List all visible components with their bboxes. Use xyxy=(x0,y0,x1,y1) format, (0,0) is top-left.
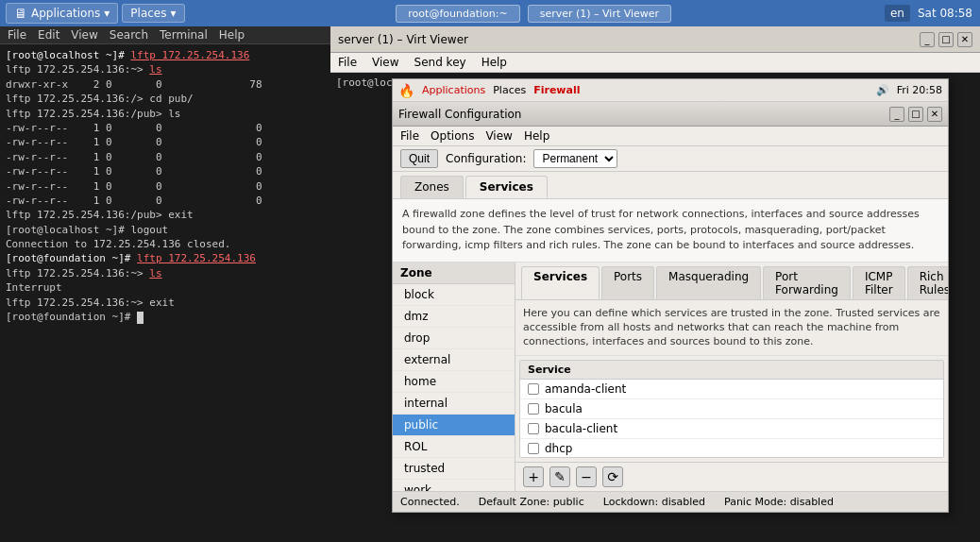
fw-close-btn[interactable]: ✕ xyxy=(927,107,942,122)
fw-inner-places[interactable]: Places xyxy=(493,84,526,96)
terminal1-menu-terminal[interactable]: Terminal xyxy=(160,28,208,42)
fw-zone-block[interactable]: block xyxy=(393,284,515,306)
fw-stab-icmp[interactable]: ICMP Filter xyxy=(853,266,905,299)
fw-maximize-btn[interactable]: □ xyxy=(908,107,923,122)
applications-label: Applications xyxy=(31,7,100,20)
fw-service-dhcp-check[interactable] xyxy=(528,443,539,454)
fw-services-tabs: Services Ports Masquerading Port Forward… xyxy=(515,263,948,300)
fw-menubar: File Options View Help xyxy=(393,127,948,146)
terminal1-line11: -rw-r--r-- 1 0 0 0 xyxy=(6,194,325,208)
fw-service-bacula-check[interactable] xyxy=(528,403,539,415)
fw-inner-apps[interactable]: Applications xyxy=(422,84,485,96)
fw-menu-file[interactable]: File xyxy=(400,129,419,143)
terminal1-line14: Connection to 172.25.254.136 closed. xyxy=(6,237,325,251)
fw-zone-home[interactable]: home xyxy=(393,371,515,393)
fw-status-panic: Panic Mode: disabled xyxy=(724,496,834,508)
fw-stab-masq[interactable]: Masquerading xyxy=(656,266,761,299)
places-label: Places xyxy=(130,7,166,20)
fw-service-bacula-client[interactable]: bacula-client xyxy=(520,419,943,439)
fw-menu-options[interactable]: Options xyxy=(431,129,474,143)
terminal1-menu-help[interactable]: Help xyxy=(219,28,245,42)
virt-minimize-btn[interactable]: _ xyxy=(920,32,935,47)
fw-inner-time: Fri 20:58 xyxy=(897,84,942,96)
fw-permanent-select[interactable]: Permanent xyxy=(533,149,617,168)
fw-toolbar-bottom: + ✎ − ⟳ xyxy=(515,462,948,491)
terminal1-line3: drwxr-xr-x 2 0 0 78 xyxy=(6,77,325,92)
fw-service-bacula-client-check[interactable] xyxy=(528,423,539,434)
fw-service-amanda[interactable]: amanda-client xyxy=(520,380,943,399)
fw-service-amanda-check[interactable] xyxy=(528,383,539,395)
terminal1-menubar: File Edit View Search Terminal Help xyxy=(0,26,330,44)
fw-service-amanda-label: amanda-client xyxy=(545,382,626,396)
fw-service-list-header: Service xyxy=(520,361,943,380)
fw-zone-work[interactable]: work xyxy=(393,480,515,492)
fw-inner-firewall[interactable]: Firewall xyxy=(533,84,580,96)
virt-menu-view[interactable]: View xyxy=(372,56,398,69)
virt-menu-help[interactable]: Help xyxy=(482,56,507,69)
fw-zone-trusted[interactable]: trusted xyxy=(393,458,515,480)
terminal1-menu-edit[interactable]: Edit xyxy=(38,28,59,42)
fw-zone-dmz[interactable]: dmz xyxy=(393,306,515,328)
fw-zone-rol[interactable]: ROL xyxy=(393,436,515,458)
window-btn-terminal[interactable]: root@foundation:~ xyxy=(396,5,519,23)
fw-statusbar: Connected. Default Zone: public Lockdown… xyxy=(393,491,948,512)
fw-services-desc: Here you can define which services are t… xyxy=(515,300,948,356)
places-menu[interactable]: Places ▾ xyxy=(122,4,184,23)
taskbar: 🖥 Applications ▾ Places ▾ root@foundatio… xyxy=(0,0,980,26)
applications-menu[interactable]: 🖥 Applications ▾ xyxy=(6,3,118,24)
window-btn-virt[interactable]: server (1) – Virt Viewer xyxy=(528,5,671,23)
tab-services[interactable]: Services xyxy=(465,176,548,198)
terminal1-line1: [root@localhost ~]# lftp 172.25.254.136 xyxy=(6,48,325,62)
fw-stab-rich[interactable]: Rich Rules xyxy=(907,266,948,299)
fw-minimize-btn[interactable]: _ xyxy=(889,107,904,122)
language-indicator[interactable]: en xyxy=(885,5,910,22)
fw-services-panel: Services Ports Masquerading Port Forward… xyxy=(515,263,948,492)
terminal1-body[interactable]: [root@localhost ~]# lftp 172.25.254.136 … xyxy=(0,44,330,542)
fw-status-connected: Connected. xyxy=(400,496,460,508)
terminal1-menu-file[interactable]: File xyxy=(8,28,26,42)
fw-status-default-zone: Default Zone: public xyxy=(479,496,584,508)
fw-refresh-btn[interactable]: ⟳ xyxy=(602,466,623,487)
virt-viewer-menubar: File View Send key Help xyxy=(330,53,980,73)
fw-service-bacula[interactable]: bacula xyxy=(520,399,943,419)
virt-menu-sendkey[interactable]: Send key xyxy=(414,56,466,69)
virt-maximize-btn[interactable]: □ xyxy=(938,32,954,47)
fw-zone-drop[interactable]: drop xyxy=(393,328,515,349)
fw-zone-panel: Zone block dmz drop external home intern… xyxy=(393,263,515,492)
fw-stab-ports[interactable]: Ports xyxy=(601,266,654,299)
terminal1-line2: lftp 172.25.254.136:~> ls xyxy=(6,62,325,76)
fw-menu-view[interactable]: View xyxy=(485,129,512,143)
fw-zone-external[interactable]: external xyxy=(393,349,515,371)
fw-title: Firewall Configuration xyxy=(398,108,521,121)
fw-config-label: Configuration: xyxy=(446,152,526,165)
fw-quit-button[interactable]: Quit xyxy=(400,149,438,168)
terminal1-line18: lftp 172.25.254.136:~> exit xyxy=(6,296,325,310)
fw-main-panel: Zone block dmz drop external home intern… xyxy=(393,263,948,492)
fw-service-list: Service amanda-client bacula bacula-clie… xyxy=(519,360,944,458)
virt-menu-file[interactable]: File xyxy=(338,56,357,69)
fw-menu-help[interactable]: Help xyxy=(524,129,549,143)
terminal-window-1: File Edit View Search Terminal Help [roo… xyxy=(0,26,330,542)
fw-remove-btn[interactable]: − xyxy=(576,466,597,487)
window2-label: server (1) – Virt Viewer xyxy=(540,8,659,20)
terminal1-line12: lftp 172.25.254.136:/pub> exit xyxy=(6,208,325,222)
terminal1-menu-view[interactable]: View xyxy=(71,28,97,42)
fw-service-bacula-label: bacula xyxy=(545,402,583,415)
fw-service-dhcp[interactable]: dhcp xyxy=(520,439,943,458)
virt-viewer-title: server (1) – Virt Viewer xyxy=(338,33,468,46)
virt-viewer-titlebar: server (1) – Virt Viewer _ □ ✕ xyxy=(330,26,980,53)
terminal1-line6: -rw-r--r-- 1 0 0 0 xyxy=(6,121,325,135)
fw-zone-internal[interactable]: internal xyxy=(393,393,515,415)
tab-zones[interactable]: Zones xyxy=(400,176,464,198)
fw-zone-public[interactable]: public xyxy=(393,415,515,436)
virt-close-btn[interactable]: ✕ xyxy=(957,32,972,47)
terminal1-line4: lftp 172.25.254.136:/> cd pub/ xyxy=(6,92,325,106)
fw-zone-header: Zone xyxy=(393,263,515,284)
fw-stab-services[interactable]: Services xyxy=(521,266,600,299)
firewall-window: 🔥 Applications Places Firewall 🔊 Fri 20:… xyxy=(392,78,949,513)
fw-edit-btn[interactable]: ✎ xyxy=(549,466,570,487)
fw-add-btn[interactable]: + xyxy=(523,466,544,487)
fw-service-bacula-client-label: bacula-client xyxy=(545,422,617,435)
fw-stab-portfwd[interactable]: Port Forwarding xyxy=(763,266,851,299)
terminal1-menu-search[interactable]: Search xyxy=(110,28,148,42)
